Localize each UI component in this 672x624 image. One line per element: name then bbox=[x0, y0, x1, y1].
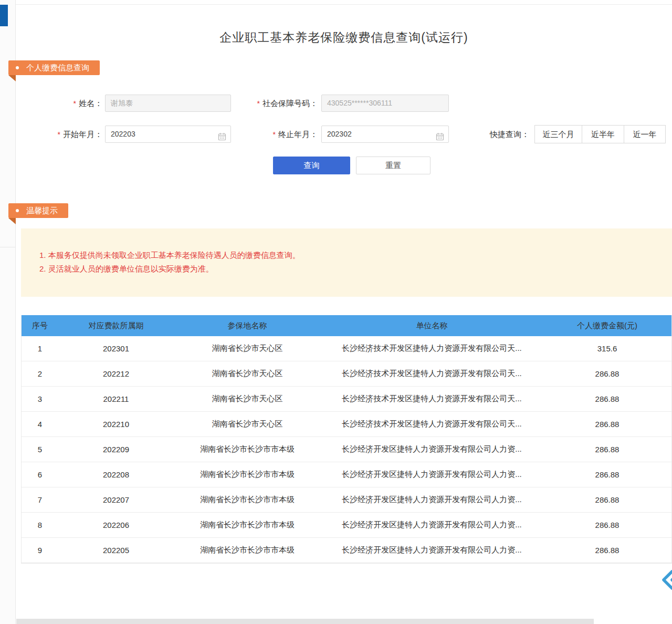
cell-amount: 286.88 bbox=[543, 420, 671, 429]
required-asterisk: * bbox=[273, 130, 276, 139]
section-badge-personal-query: 个人缴费信息查询 bbox=[8, 60, 100, 75]
cell-place: 湖南省长沙市长沙市市本级 bbox=[174, 520, 321, 530]
tips-line: 2. 灵活就业人员的缴费单位信息以实际缴费为准。 bbox=[39, 262, 662, 276]
cell-period: 202212 bbox=[58, 369, 174, 378]
table-row: 5 202209 湖南省长沙市长沙市市本级 长沙经济开发区捷特人力资源开发有限公… bbox=[22, 437, 671, 462]
quick-query-label: 快捷查询： bbox=[490, 130, 529, 140]
cell-period: 202207 bbox=[58, 495, 174, 504]
section-badge-tips: 温馨提示 bbox=[8, 203, 68, 218]
cell-amount: 286.88 bbox=[543, 470, 671, 479]
start-month-field[interactable]: 202203 bbox=[105, 126, 231, 143]
cell-company: 长沙经济开发区捷特人力资源开发有限公司人力资... bbox=[321, 545, 543, 555]
payments-table: 序号 对应费款所属期 参保地名称 单位名称 个人缴费金额(元) 1 202301… bbox=[21, 315, 672, 564]
cell-place: 湖南省长沙市长沙市市本级 bbox=[174, 470, 321, 480]
cell-index: 3 bbox=[22, 394, 58, 403]
required-asterisk: * bbox=[257, 99, 260, 108]
cell-place: 湖南省长沙市天心区 bbox=[174, 344, 321, 353]
section-badge-label: 个人缴费信息查询 bbox=[26, 63, 89, 73]
table-row: 8 202206 湖南省长沙市长沙市市本级 长沙经济开发区捷特人力资源开发有限公… bbox=[22, 513, 671, 538]
end-month-field[interactable]: 202302 bbox=[321, 126, 449, 143]
table-row: 3 202211 湖南省长沙市天心区 长沙经济技术开发区捷特人力资源开发有限公司… bbox=[22, 387, 671, 412]
quick-oneyear-button[interactable]: 近一年 bbox=[624, 125, 666, 143]
cell-amount: 286.88 bbox=[543, 394, 671, 403]
cell-place: 湖南省长沙市长沙市市本级 bbox=[174, 444, 321, 454]
cell-company: 长沙经济开发区捷特人力资源开发有限公司人力资... bbox=[321, 444, 543, 454]
col-header-index: 序号 bbox=[22, 321, 58, 331]
col-header-period: 对应费款所属期 bbox=[58, 321, 174, 331]
panel-top-border bbox=[16, 4, 672, 5]
start-month-label: *开始年月： bbox=[32, 130, 102, 140]
quick-3months-button[interactable]: 近三个月 bbox=[534, 125, 582, 143]
cell-amount: 286.88 bbox=[543, 546, 671, 555]
cell-amount: 286.88 bbox=[543, 495, 671, 504]
cell-period: 202210 bbox=[58, 420, 174, 429]
table-row: 9 202205 湖南省长沙市长沙市市本级 长沙经济开发区捷特人力资源开发有限公… bbox=[22, 538, 671, 563]
cell-company: 长沙经济技术开发区捷特人力资源开发有限公司天... bbox=[321, 419, 543, 429]
cell-period: 202301 bbox=[58, 344, 174, 353]
cell-period: 202208 bbox=[58, 470, 174, 479]
table-row: 1 202301 湖南省长沙市天心区 长沙经济技术开发区捷特人力资源开发有限公司… bbox=[22, 336, 671, 361]
ssn-label: *社会保障号码： bbox=[239, 99, 318, 109]
required-asterisk: * bbox=[58, 130, 60, 139]
cell-amount: 286.88 bbox=[543, 445, 671, 454]
cell-place: 湖南省长沙市长沙市市本级 bbox=[174, 495, 321, 505]
col-header-place: 参保地名称 bbox=[174, 321, 321, 331]
calendar-icon[interactable] bbox=[218, 130, 226, 147]
table-row: 4 202210 湖南省长沙市天心区 长沙经济技术开发区捷特人力资源开发有限公司… bbox=[22, 412, 671, 437]
cell-period: 202206 bbox=[58, 521, 174, 529]
cell-index: 7 bbox=[22, 495, 58, 504]
page-title: 企业职工基本养老保险缴费信息查询(试运行) bbox=[16, 29, 672, 46]
cell-amount: 286.88 bbox=[543, 369, 671, 378]
cell-company: 长沙经济开发区捷特人力资源开发有限公司人力资... bbox=[321, 495, 543, 505]
left-accent-square bbox=[0, 5, 8, 26]
cell-company: 长沙经济开发区捷特人力资源开发有限公司人力资... bbox=[321, 520, 543, 530]
bullet-dot-icon bbox=[16, 209, 19, 212]
cell-company: 长沙经济技术开发区捷特人力资源开发有限公司天... bbox=[321, 344, 543, 353]
cell-period: 202205 bbox=[58, 546, 174, 555]
table-row: 7 202207 湖南省长沙市长沙市市本级 长沙经济开发区捷特人力资源开发有限公… bbox=[22, 487, 671, 513]
cell-place: 湖南省长沙市天心区 bbox=[174, 394, 321, 404]
horizontal-scrollbar[interactable] bbox=[16, 619, 594, 624]
left-rail bbox=[0, 0, 16, 624]
cell-place: 湖南省长沙市天心区 bbox=[174, 419, 321, 429]
tips-line: 1. 本服务仅提供尚未领取企业职工基本养老保险待遇人员的缴费信息查询。 bbox=[39, 248, 662, 262]
quick-halfyear-button[interactable]: 近半年 bbox=[582, 125, 624, 143]
double-chevron-left-icon[interactable] bbox=[658, 568, 672, 591]
cell-index: 2 bbox=[22, 369, 58, 378]
col-header-amount: 个人缴费金额(元) bbox=[543, 321, 671, 331]
tips-notice: 1. 本服务仅提供尚未领取企业职工基本养老保险待遇人员的缴费信息查询。 2. 灵… bbox=[21, 228, 672, 297]
required-asterisk: * bbox=[74, 99, 76, 108]
left-rail-divider bbox=[0, 247, 16, 247]
cell-index: 1 bbox=[22, 344, 58, 353]
cell-index: 8 bbox=[22, 521, 58, 529]
cell-index: 9 bbox=[22, 546, 58, 555]
calendar-icon[interactable] bbox=[436, 130, 444, 147]
cell-company: 长沙经济技术开发区捷特人力资源开发有限公司天... bbox=[321, 394, 543, 404]
table-row: 6 202208 湖南省长沙市长沙市市本级 长沙经济开发区捷特人力资源开发有限公… bbox=[22, 462, 671, 487]
cell-amount: 286.88 bbox=[543, 521, 671, 529]
col-header-company: 单位名称 bbox=[321, 321, 543, 331]
table-header-row: 序号 对应费款所属期 参保地名称 单位名称 个人缴费金额(元) bbox=[22, 315, 671, 336]
table-row: 2 202212 湖南省长沙市天心区 长沙经济技术开发区捷特人力资源开发有限公司… bbox=[22, 361, 671, 387]
cell-index: 4 bbox=[22, 420, 58, 429]
cell-index: 6 bbox=[22, 470, 58, 479]
cell-company: 长沙经济技术开发区捷特人力资源开发有限公司天... bbox=[321, 369, 543, 379]
section-badge-label: 温馨提示 bbox=[26, 206, 58, 216]
query-button[interactable]: 查询 bbox=[273, 157, 350, 174]
end-month-label: *终止年月： bbox=[239, 130, 318, 140]
name-label: *姓名： bbox=[32, 99, 102, 109]
cell-period: 202211 bbox=[58, 394, 174, 403]
name-field[interactable]: 谢旭泰 bbox=[105, 95, 231, 112]
cell-amount: 315.6 bbox=[543, 344, 671, 353]
bullet-dot-icon bbox=[16, 66, 19, 69]
ssn-field[interactable]: 430525******306111 bbox=[321, 95, 449, 112]
reset-button[interactable]: 重置 bbox=[356, 157, 430, 174]
cell-index: 5 bbox=[22, 445, 58, 454]
cell-place: 湖南省长沙市天心区 bbox=[174, 369, 321, 379]
cell-company: 长沙经济开发区捷特人力资源开发有限公司人力资... bbox=[321, 470, 543, 480]
cell-period: 202209 bbox=[58, 445, 174, 454]
cell-place: 湖南省长沙市长沙市市本级 bbox=[174, 545, 321, 555]
